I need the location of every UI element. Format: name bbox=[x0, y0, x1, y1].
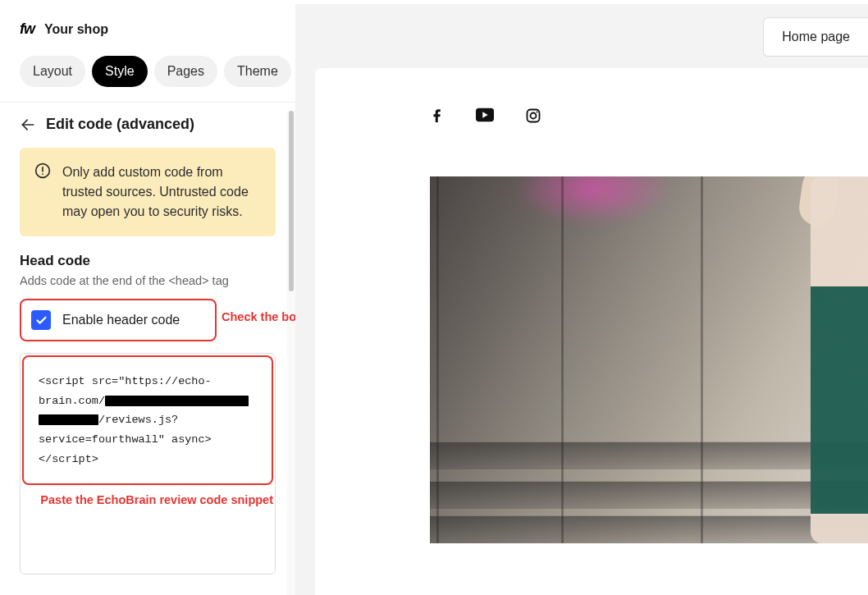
tab-layout[interactable]: Layout bbox=[20, 56, 85, 87]
enable-header-row-wrap: Enable header code Check the box bbox=[20, 299, 276, 341]
tab-theme[interactable]: Theme bbox=[224, 56, 291, 87]
code-line: </script> bbox=[39, 450, 257, 469]
instagram-icon bbox=[525, 112, 541, 126]
enable-header-row[interactable]: Enable header code bbox=[20, 299, 217, 341]
code-line: brain.com/ bbox=[39, 391, 257, 411]
back-button[interactable]: Edit code (advanced) bbox=[20, 103, 276, 148]
svg-point-7 bbox=[531, 113, 537, 119]
code-line: /reviews.js? bbox=[39, 410, 257, 430]
image-detail bbox=[430, 481, 868, 509]
preview-page-selector[interactable]: Home page bbox=[763, 17, 868, 57]
preview-surface bbox=[315, 68, 868, 595]
preview-pane: Home page bbox=[295, 4, 868, 595]
enable-header-label: Enable header code bbox=[62, 313, 180, 327]
tab-style[interactable]: Style bbox=[92, 56, 148, 87]
image-detail bbox=[430, 442, 868, 469]
sidebar-scrollbar[interactable] bbox=[287, 111, 295, 595]
code-fragment: brain.com/ bbox=[39, 395, 105, 407]
head-code-wrap: <script src="https://echo- brain.com/ /r… bbox=[22, 355, 273, 485]
panel-title: Edit code (advanced) bbox=[46, 116, 194, 133]
warning-callout: Only add custom code from trusted source… bbox=[20, 148, 276, 236]
social-links-row bbox=[315, 68, 868, 127]
warning-text: Only add custom code from trusted source… bbox=[62, 165, 249, 218]
head-code-heading: Head code bbox=[20, 253, 276, 269]
shop-title: Your shop bbox=[44, 22, 108, 37]
editor-tabs: Layout Style Pages Theme bbox=[0, 46, 295, 102]
enable-header-checkbox[interactable] bbox=[31, 310, 51, 330]
facebook-icon bbox=[430, 111, 445, 125]
app-container: fw Your shop Layout Style Pages Theme Ed… bbox=[0, 0, 868, 595]
head-code-textarea[interactable]: <script src="https://echo- brain.com/ /r… bbox=[22, 355, 273, 485]
sidebar-header: fw Your shop bbox=[0, 4, 295, 46]
svg-point-3 bbox=[42, 173, 43, 175]
image-detail bbox=[430, 515, 868, 543]
redacted-segment bbox=[105, 396, 249, 406]
code-line: service=fourthwall" async> bbox=[39, 430, 257, 450]
style-panel: Edit code (advanced) Only add custom cod… bbox=[0, 103, 295, 587]
annotation-paste-snippet: Paste the EchoBrain review code snippet bbox=[22, 493, 273, 506]
youtube-icon bbox=[476, 111, 494, 125]
image-detail bbox=[811, 176, 868, 543]
editor-sidebar: fw Your shop Layout Style Pages Theme Ed… bbox=[0, 4, 295, 595]
sidebar-scrollbar-thumb[interactable] bbox=[289, 111, 294, 291]
social-instagram-link[interactable] bbox=[525, 108, 541, 127]
alert-circle-icon bbox=[34, 162, 51, 185]
redacted-segment bbox=[39, 414, 98, 425]
brand-logo: fw bbox=[20, 21, 34, 38]
code-fragment: /reviews.js? bbox=[98, 414, 178, 426]
annotation-check-box: Check the box bbox=[222, 310, 295, 323]
social-facebook-link[interactable] bbox=[430, 108, 445, 127]
tab-pages[interactable]: Pages bbox=[154, 56, 217, 87]
head-code-textarea-outer: <script src="https://echo- brain.com/ /r… bbox=[20, 353, 276, 574]
head-code-sub: Adds code at the end of the <head> tag bbox=[20, 274, 276, 287]
arrow-left-icon bbox=[20, 117, 36, 133]
code-line: <script src="https://echo- bbox=[39, 372, 257, 391]
social-youtube-link[interactable] bbox=[476, 108, 494, 127]
hero-image bbox=[430, 176, 868, 543]
svg-point-8 bbox=[537, 111, 538, 112]
